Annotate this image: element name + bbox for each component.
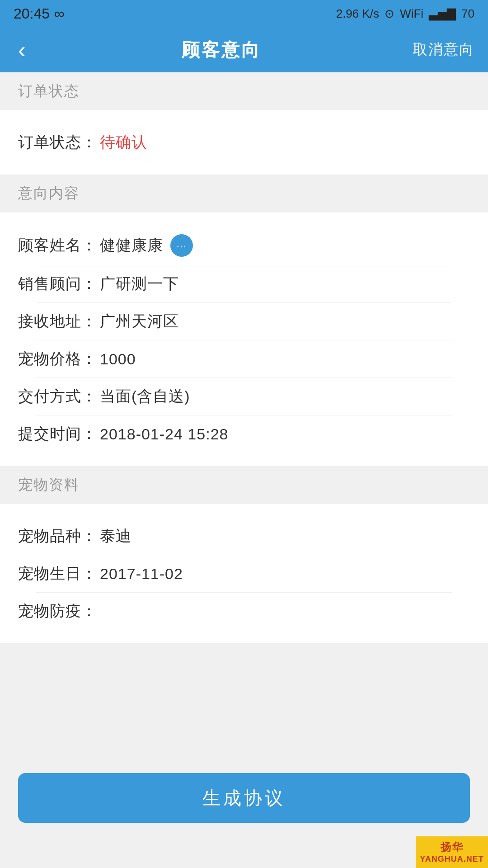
pet-price-value: 1000 bbox=[100, 350, 136, 368]
submit-time-value: 2018-01-24 15:28 bbox=[100, 425, 228, 443]
address-key: 接收地址： bbox=[18, 311, 97, 332]
cancel-action-button[interactable]: 取消意向 bbox=[413, 40, 474, 60]
nav-bar: ‹ 顾客意向 取消意向 bbox=[0, 27, 488, 72]
signal-icon: ▃▅▇ bbox=[429, 7, 456, 21]
battery-icon: 70 bbox=[461, 7, 474, 21]
time-display: 20:45 bbox=[14, 5, 50, 22]
pet-price-key: 宠物价格： bbox=[18, 349, 97, 369]
order-status-key: 订单状态： bbox=[18, 132, 97, 153]
customer-name-value: 健健康康 bbox=[100, 235, 163, 256]
sales-consultant-value: 广研测一下 bbox=[100, 274, 179, 294]
pet-breed-key: 宠物品种： bbox=[18, 526, 97, 547]
chat-icon[interactable] bbox=[170, 234, 193, 257]
status-icons: 2.96 K/s ⊙ WiFi ▃▅▇ 70 bbox=[336, 7, 474, 21]
intent-content-label: 意向内容 bbox=[18, 185, 80, 201]
generate-agreement-button[interactable]: 生成协议 bbox=[18, 773, 470, 823]
pet-breed-row: 宠物品种： 泰迪 bbox=[18, 518, 470, 555]
payment-method-value: 当面(含自送) bbox=[100, 386, 190, 407]
order-status-value: 待确认 bbox=[100, 132, 147, 153]
payment-method-key: 交付方式： bbox=[18, 386, 97, 407]
address-row: 接收地址： 广州天河区 bbox=[18, 303, 470, 340]
pet-birthday-row: 宠物生日： 2017-11-02 bbox=[18, 555, 470, 592]
sales-consultant-key: 销售顾问： bbox=[18, 274, 97, 294]
order-status-section: 订单状态： 待确认 bbox=[0, 110, 488, 175]
pet-vaccination-row: 宠物防疫： bbox=[18, 593, 470, 630]
pet-info-header: 宠物资料 bbox=[0, 466, 488, 504]
customer-name-key: 顾客姓名： bbox=[18, 235, 97, 256]
status-bar: 20:45 ∞ 2.96 K/s ⊙ WiFi ▃▅▇ 70 bbox=[0, 0, 488, 27]
order-status-label: 订单状态 bbox=[18, 83, 80, 99]
status-time: 20:45 ∞ bbox=[14, 5, 65, 22]
address-value: 广州天河区 bbox=[100, 311, 179, 332]
order-status-row: 订单状态： 待确认 bbox=[18, 124, 470, 161]
network-speed: 2.96 K/s bbox=[336, 7, 379, 21]
clock-icon: ⊙ bbox=[385, 7, 394, 21]
pet-birthday-value: 2017-11-02 bbox=[100, 565, 183, 583]
pet-info-section: 宠物品种： 泰迪 宠物生日： 2017-11-02 宠物防疫： bbox=[0, 504, 488, 643]
sales-consultant-row: 销售顾问： 广研测一下 bbox=[18, 265, 470, 302]
intent-content-section: 顾客姓名： 健健康康 销售顾问： 广研测一下 接收地址： 广州天河区 宠物价格：… bbox=[0, 212, 488, 466]
wifi-icon: WiFi bbox=[400, 7, 423, 21]
pet-birthday-key: 宠物生日： bbox=[18, 563, 97, 584]
watermark: 扬华 YANGHUA.NET bbox=[416, 836, 488, 868]
bottom-area: 生成协议 bbox=[0, 764, 488, 832]
watermark-line1: 扬华 bbox=[420, 840, 483, 854]
page-title: 顾客意向 bbox=[182, 38, 261, 62]
intent-content-header: 意向内容 bbox=[0, 175, 488, 212]
pet-vaccination-key: 宠物防疫： bbox=[18, 601, 97, 622]
back-button[interactable]: ‹ bbox=[14, 32, 30, 67]
battery-level: 70 bbox=[461, 7, 474, 21]
submit-time-key: 提交时间： bbox=[18, 424, 97, 444]
infinity-icon: ∞ bbox=[54, 5, 65, 22]
pet-price-row: 宠物价格： 1000 bbox=[18, 340, 470, 377]
pet-info-label: 宠物资料 bbox=[18, 476, 80, 493]
submit-time-row: 提交时间： 2018-01-24 15:28 bbox=[18, 415, 470, 453]
pet-breed-value: 泰迪 bbox=[100, 526, 131, 547]
payment-method-row: 交付方式： 当面(含自送) bbox=[18, 378, 470, 415]
customer-name-row: 顾客姓名： 健健康康 bbox=[18, 226, 470, 265]
watermark-line2: YANGHUA.NET bbox=[420, 854, 483, 864]
order-status-header: 订单状态 bbox=[0, 72, 488, 110]
